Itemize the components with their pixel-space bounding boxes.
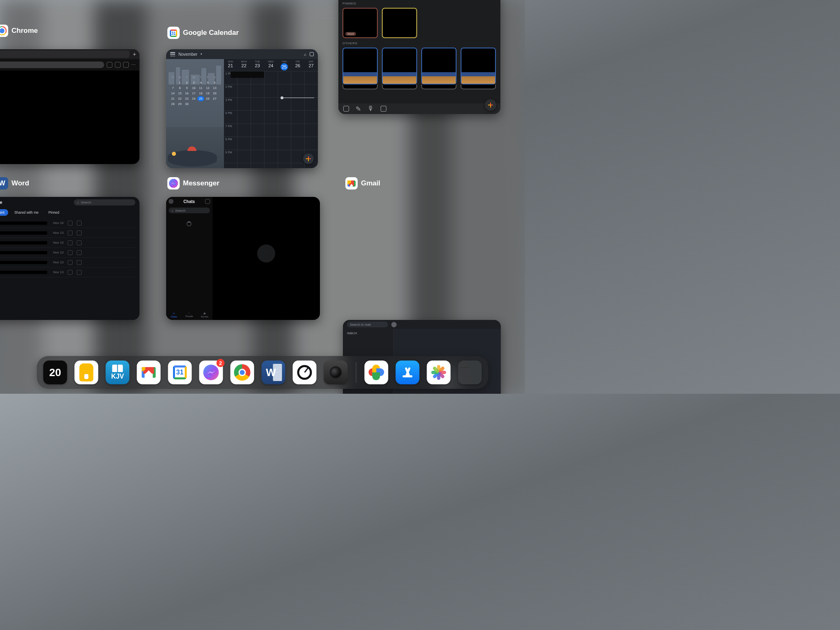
- share-icon[interactable]: [115, 62, 121, 68]
- messenger-search[interactable]: ⌕Search: [169, 208, 210, 213]
- dock-app-bible[interactable]: KJV: [106, 361, 130, 384]
- word-document-row[interactable]: Nov 13: [0, 267, 135, 277]
- chrome-omnibox[interactable]: [0, 62, 104, 68]
- messenger-empty-icon: [257, 244, 275, 262]
- pin-icon[interactable]: [68, 221, 73, 226]
- mini-calendar[interactable]: SMTWTFS123456789101112131415161718192021…: [169, 75, 218, 107]
- messenger-conversation: [212, 197, 320, 320]
- dock-app-speedtest[interactable]: [293, 361, 317, 384]
- pin-icon[interactable]: [68, 270, 73, 275]
- dock-app-gmail[interactable]: [137, 361, 161, 384]
- menu-icon[interactable]: ⋯: [131, 62, 136, 68]
- word-document-row[interactable]: Nov 13: [0, 258, 135, 267]
- messenger-tabs: ▭Chats⛬People▣Stories: [166, 309, 212, 320]
- more-icon[interactable]: [77, 250, 82, 255]
- image-note-icon[interactable]: [381, 106, 386, 112]
- search-icon[interactable]: ⌕: [304, 52, 306, 57]
- draw-note-icon[interactable]: ✎: [356, 105, 361, 113]
- word-tab[interactable]: Recent: [0, 209, 8, 216]
- gcal-toolbar: November▾ ⌕: [166, 49, 318, 59]
- dock-app-chrome[interactable]: [231, 361, 254, 384]
- pin-icon[interactable]: [68, 231, 73, 235]
- more-icon[interactable]: [77, 240, 82, 245]
- menu-icon[interactable]: [170, 52, 175, 56]
- more-icon[interactable]: [77, 221, 82, 226]
- gcal-timeline[interactable]: SUN21MON22TUE23WED24THU25FRI26SAT27 1 PM…: [224, 59, 318, 168]
- chrome-icon: [234, 364, 251, 381]
- dock-app-appstore[interactable]: [396, 361, 420, 384]
- keep-note[interactable]: [382, 8, 417, 38]
- messenger-tab[interactable]: ⛬People: [182, 309, 197, 320]
- plus-icon: [306, 156, 311, 161]
- more-icon[interactable]: [77, 231, 82, 235]
- word-search[interactable]: ⌕Search: [74, 199, 135, 205]
- keep-icon: [80, 363, 94, 381]
- calendar-event[interactable]: [231, 71, 264, 78]
- gcal-month[interactable]: November: [178, 52, 197, 57]
- card-google-calendar[interactable]: November▾ ⌕ SMTWTFS123456789101112131415…: [166, 49, 318, 168]
- keep-note[interactable]: [382, 48, 417, 84]
- card-header-chrome: Chrome: [0, 25, 38, 37]
- chrome-tab[interactable]: [0, 50, 130, 58]
- keep-note[interactable]: [461, 48, 496, 84]
- dock-app-word[interactable]: W: [262, 361, 285, 384]
- word-tab[interactable]: Shared with me: [11, 209, 42, 216]
- card-chrome[interactable]: + ✕ ⋯: [0, 49, 139, 164]
- keep-note[interactable]: [342, 48, 378, 84]
- avatar[interactable]: [169, 199, 173, 204]
- dock-app-keep[interactable]: [75, 361, 98, 384]
- camera-icon: [330, 366, 342, 379]
- word-toolbar: Home ⌕Search: [0, 197, 139, 208]
- messenger-tab[interactable]: ▣Stories: [197, 309, 212, 320]
- word-home-label: Home: [0, 200, 2, 205]
- dock-app-calendar[interactable]: 31: [168, 361, 192, 384]
- pin-icon[interactable]: [68, 260, 73, 265]
- card-header-messenger: Messenger: [167, 177, 219, 189]
- dock-app-countdown[interactable]: 20: [43, 361, 67, 384]
- pin-icon[interactable]: [68, 240, 73, 245]
- tabs-icon[interactable]: [123, 62, 129, 68]
- new-tab-icon[interactable]: +: [133, 51, 136, 57]
- keep-note[interactable]: Work: [342, 8, 378, 38]
- google-photos-icon: [369, 365, 384, 380]
- mic-icon[interactable]: [107, 62, 112, 68]
- card-word[interactable]: Home ⌕Search RecentShared with mePinned …: [0, 197, 139, 320]
- card-messenger[interactable]: Chats ⌕Search ▭Chats⛬People▣Stories: [166, 197, 320, 320]
- loading-spinner-icon: [187, 221, 192, 226]
- checkbox-note-icon[interactable]: [343, 106, 349, 112]
- card-title: Chrome: [11, 27, 38, 35]
- word-document-row[interactable]: Nov 13: [0, 228, 135, 238]
- pin-icon[interactable]: [68, 250, 73, 255]
- gcal-sidebar: SMTWTFS123456789101112131415161718192021…: [166, 59, 224, 168]
- keep-bottom-toolbar: ✎ 🎙: [338, 103, 500, 114]
- photos-icon: [431, 364, 447, 381]
- word-document-row[interactable]: Nov 16: [0, 218, 135, 228]
- word-document-row[interactable]: Nov 13: [0, 248, 135, 258]
- card-title: Word: [11, 179, 29, 187]
- gmail-inbox-label: INBOX: [347, 331, 389, 335]
- book-icon: [112, 365, 123, 372]
- word-document-row[interactable]: Nov 13: [0, 238, 135, 248]
- gmail-search[interactable]: Search in mail: [347, 322, 388, 327]
- avatar[interactable]: [391, 322, 397, 327]
- plus-icon: [488, 103, 493, 107]
- compose-icon[interactable]: [205, 199, 210, 204]
- card-title: Gmail: [361, 179, 380, 187]
- more-icon[interactable]: [77, 270, 82, 275]
- dock-recent-apps[interactable]: [458, 361, 482, 384]
- word-tab[interactable]: Pinned: [45, 209, 63, 216]
- create-event-fab[interactable]: [303, 153, 314, 164]
- messenger-tab[interactable]: ▭Chats: [166, 309, 182, 320]
- new-note-fab[interactable]: [485, 99, 496, 111]
- today-icon[interactable]: [310, 52, 314, 56]
- voice-note-icon[interactable]: 🎙: [368, 105, 374, 112]
- card-header-gcal: 31 Google Calendar: [167, 27, 239, 39]
- chrome-toolbar: ✕ ⋯: [0, 59, 139, 71]
- dock-app-camera[interactable]: [324, 361, 348, 384]
- more-icon[interactable]: [77, 260, 82, 265]
- dock-app-messenger[interactable]: 2: [199, 361, 223, 384]
- dock-app-photos[interactable]: [427, 361, 451, 384]
- keep-note[interactable]: [421, 48, 457, 84]
- dock-app-google-photos[interactable]: [365, 361, 388, 384]
- card-google-keep[interactable]: Search your notes PINNED Work OTHERS ✎ 🎙: [338, 0, 500, 114]
